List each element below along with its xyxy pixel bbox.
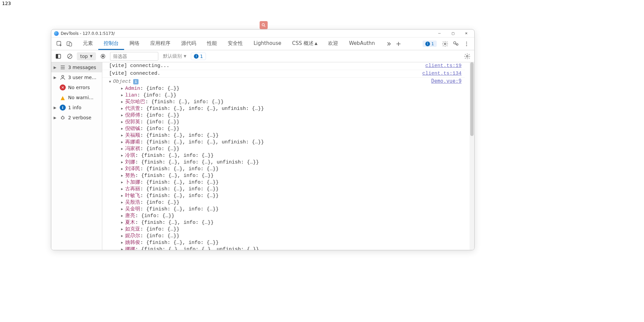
object-property-row[interactable]: ▶冯家祺: {info: {…}} (109, 146, 465, 152)
object-property-row[interactable]: ▶倪郭英: {info: {…}} (109, 119, 465, 126)
panel-tab[interactable]: 元素 (77, 38, 98, 50)
clear-console-icon[interactable] (65, 52, 74, 61)
property-value: : {finish: {…}, info: {…}} (140, 186, 219, 193)
panel-tab[interactable]: Lighthouse (248, 38, 287, 50)
object-property-row[interactable]: ▶夏木: {finish: {…}, info: {…}} (109, 219, 465, 226)
property-name: 冷琪 (125, 152, 135, 159)
sidebar-item-label: 3 messages (68, 65, 100, 70)
property-name: 努热 (125, 173, 135, 179)
property-value: : {info: {…}} (140, 226, 179, 233)
add-tab-icon[interactable] (394, 39, 403, 49)
window-close-button[interactable]: ✕ (460, 30, 473, 37)
property-name: 如克亚 (125, 226, 140, 233)
panel-tab[interactable]: CSS 概述▲ (287, 38, 323, 50)
svg-line-29 (64, 118, 64, 119)
log-level-selector[interactable]: 默认级别 ▼ (161, 53, 189, 59)
property-name: 买尔哈巴 (125, 99, 145, 106)
object-property-row[interactable]: ▶努热: {finish: {…}, info: {…}} (109, 173, 465, 179)
property-value: : {info: {…}} (140, 85, 179, 92)
log-source-link[interactable]: client.ts:19 (425, 63, 462, 69)
vertical-scrollbar[interactable] (470, 62, 474, 250)
console-settings-icon[interactable] (463, 52, 472, 61)
issues-chip[interactable]: i 1 (191, 53, 206, 60)
panel-tab[interactable]: 源代码 (176, 38, 202, 50)
panel-tab[interactable]: 应用程序 (145, 38, 176, 50)
property-name: 刘娜 (125, 159, 135, 166)
object-property-row[interactable]: ▶古再丽: {finish: {…}, info: {…}} (109, 186, 465, 193)
scrollbar-thumb[interactable] (470, 62, 474, 136)
object-property-row[interactable]: ▶关福顺: {finish: {…}, info: {…}} (109, 132, 465, 139)
object-property-row[interactable]: ▶冷琪: {finish: {…}, info: {…}} (109, 152, 465, 159)
property-name: 姚韩俊 (125, 240, 140, 246)
context-selector[interactable]: top ▼ (77, 52, 96, 60)
issues-chip-count: 1 (200, 54, 203, 59)
property-value: : {info: {…}} (135, 213, 174, 219)
sidebar-item[interactable]: ▲No warni… (51, 92, 102, 103)
settings-icon[interactable] (440, 39, 450, 49)
panel-tab[interactable]: WebAuthn (343, 38, 380, 50)
object-property-row[interactable]: ▶再娜甫: {finish: {…}, info: {…}, unfinish:… (109, 139, 465, 146)
more-tabs-icon[interactable] (384, 39, 393, 49)
object-property-row[interactable]: ▶如克亚: {info: {…}} (109, 226, 465, 233)
panel-tab[interactable]: 网络 (124, 38, 145, 50)
context-label: top (80, 54, 88, 59)
property-value: : {info: {…}} (140, 119, 179, 126)
object-property-row[interactable]: ▶姚韩俊: {finish: {…}, info: {…}} (109, 240, 465, 246)
expand-arrow-icon: ▶ (121, 199, 125, 206)
object-property-row[interactable]: ▶唐亮: {info: {…}} (109, 213, 465, 219)
svg-line-1 (264, 26, 265, 27)
object-property-row[interactable]: ▶娜娜: {finish: {…}, info: {…}, unfinish: … (109, 246, 465, 250)
sidebar-item[interactable]: ▶2 verbose (51, 113, 102, 123)
floating-search-icon[interactable] (260, 21, 268, 29)
property-value: : {finish: {…}, info: {…}} (135, 173, 214, 179)
bug-icon (59, 114, 66, 121)
object-property-row[interactable]: ▶卜加娜: {finish: {…}, info: {…}} (109, 179, 465, 186)
filter-input[interactable] (110, 52, 158, 61)
panel-tab[interactable]: 欢迎 (323, 38, 343, 50)
object-property-row[interactable]: ▶倪锴铖: {info: {…}} (109, 126, 465, 132)
object-property-row[interactable]: ▶妮尕尔: {info: {…}} (109, 233, 465, 240)
property-name: 娜娜 (125, 246, 135, 250)
object-info-badge-icon[interactable]: i (133, 79, 139, 84)
panel-tab[interactable]: 安全性 (222, 38, 248, 50)
issues-badge[interactable]: i 1 (423, 41, 437, 47)
property-value: : {finish: {…}, info: {…}} (135, 152, 214, 159)
info-dot-icon: i (425, 42, 430, 46)
svg-point-19 (467, 55, 468, 57)
property-value: : {finish: {…}, info: {…}} (145, 99, 224, 106)
inspect-element-icon[interactable] (55, 39, 64, 49)
object-property-row[interactable]: ▶Admin: {info: {…}} (109, 85, 465, 92)
object-property-row[interactable]: ▶买尔哈巴: {finish: {…}, info: {…}} (109, 99, 465, 106)
object-property-row[interactable]: ▶吴殷浩: {info: {…}} (109, 199, 465, 206)
info-dot-icon: i (194, 54, 199, 59)
feedback-icon[interactable] (451, 39, 461, 49)
devtools-app-icon (54, 31, 59, 36)
sidebar-item[interactable]: ▶3 messages (51, 62, 102, 72)
panel-tab[interactable]: 控制台 (98, 38, 124, 50)
window-minimize-button[interactable]: ─ (433, 30, 446, 37)
toggle-sidebar-icon[interactable] (54, 52, 63, 61)
object-property-row[interactable]: ▶倪师傅: {info: {…}} (109, 112, 465, 119)
object-property-row[interactable]: ▶叶敏飞: {finish: {…}, info: {…}} (109, 193, 465, 199)
expand-arrow-icon: ▶ (121, 226, 125, 233)
log-source-link[interactable]: client.ts:134 (422, 70, 462, 77)
object-property-row[interactable]: ▶lian: {info: {…}} (109, 92, 465, 99)
object-property-row[interactable]: ▶代洪萱: {finish: {…}, info: {…}, unfinish:… (109, 106, 465, 112)
collapse-arrow-icon[interactable]: ▼ (109, 79, 113, 85)
property-name: 唐亮 (125, 213, 135, 219)
property-name: 叶敏飞 (125, 193, 140, 199)
log-source-link[interactable]: Demo.vue:9 (431, 78, 462, 84)
object-property-row[interactable]: ▶刘娜: {finish: {…}, info: {…}, unfinish: … (109, 159, 465, 166)
object-property-row[interactable]: ▶刘泽民: {finish: {…}, info: {…}} (109, 166, 465, 173)
device-toggle-icon[interactable] (65, 39, 74, 49)
sidebar-item[interactable]: ▶i1 info (51, 103, 102, 113)
window-maximize-button[interactable]: ▢ (446, 30, 460, 37)
kebab-menu-icon[interactable] (462, 39, 472, 49)
sidebar-item[interactable]: ✕No errors (51, 82, 102, 92)
object-property-row[interactable]: ▶吴金明: {finish: {…}, info: {…}} (109, 206, 465, 213)
devtools-top-bar: 元素控制台网络应用程序源代码性能安全性LighthouseCSS 概述▲欢迎We… (51, 38, 474, 50)
live-expression-icon[interactable] (99, 52, 107, 61)
sidebar-item[interactable]: ▶3 user me… (51, 72, 102, 82)
panel-tab[interactable]: 性能 (202, 38, 222, 50)
expand-arrow-icon: ▶ (121, 139, 125, 146)
